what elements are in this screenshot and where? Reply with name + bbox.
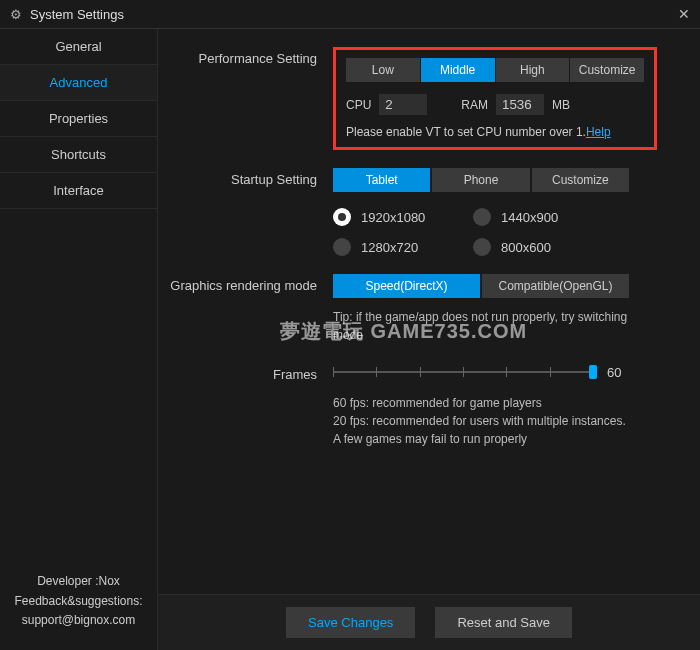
sidebar-item-general[interactable]: General: [0, 29, 157, 65]
ram-label: RAM: [461, 98, 488, 112]
graphics-compat-button[interactable]: Compatible(OpenGL): [482, 274, 629, 298]
radio-icon: [333, 238, 351, 256]
perf-high-button[interactable]: High: [496, 58, 570, 82]
perf-middle-button[interactable]: Middle: [421, 58, 495, 82]
cpu-input[interactable]: [379, 94, 427, 115]
slider-thumb[interactable]: [589, 365, 597, 379]
resolution-label: 1440x900: [501, 210, 558, 225]
resolution-label: 800x600: [501, 240, 551, 255]
resolution-1280x720[interactable]: 1280x720: [333, 238, 473, 256]
feedback-label: Feedback&suggestions:: [8, 592, 149, 611]
ram-unit: MB: [552, 98, 570, 112]
performance-highlight-box: Low Middle High Customize CPU RAM: [333, 47, 657, 150]
vt-help-link[interactable]: Help: [586, 125, 611, 139]
gear-icon: ⚙: [10, 7, 22, 22]
resolution-800x600[interactable]: 800x600: [473, 238, 613, 256]
vt-message: Please enable VT to set CPU number over …: [346, 125, 586, 139]
support-email: support@bignox.com: [8, 611, 149, 630]
close-icon[interactable]: ✕: [678, 6, 690, 22]
graphics-speed-button[interactable]: Speed(DirectX): [333, 274, 480, 298]
graphics-label: Graphics rendering mode: [158, 274, 333, 344]
perf-low-button[interactable]: Low: [346, 58, 420, 82]
startup-customize-button[interactable]: Customize: [532, 168, 629, 192]
window-title: System Settings: [30, 7, 678, 22]
frames-tip-1: 60 fps: recommended for game players: [333, 394, 653, 412]
resolution-label: 1920x1080: [361, 210, 425, 225]
titlebar: ⚙ System Settings ✕: [0, 0, 700, 29]
performance-level-group: Low Middle High Customize: [346, 58, 644, 82]
sidebar-item-properties[interactable]: Properties: [0, 101, 157, 137]
sidebar: General Advanced Properties Shortcuts In…: [0, 29, 158, 650]
sidebar-footer: Developer :Nox Feedback&suggestions: sup…: [0, 562, 157, 650]
frames-tip-2: 20 fps: recommended for users with multi…: [333, 412, 653, 430]
graphics-tip: Tip: if the game/app does not run proper…: [333, 308, 653, 344]
resolution-1440x900[interactable]: 1440x900: [473, 208, 613, 226]
startup-mode-group: Tablet Phone Customize: [333, 168, 629, 192]
reset-and-save-button[interactable]: Reset and Save: [435, 607, 572, 638]
radio-icon: [473, 208, 491, 226]
frames-tip-3: A few games may fail to run properly: [333, 430, 653, 448]
sidebar-item-shortcuts[interactable]: Shortcuts: [0, 137, 157, 173]
sidebar-item-interface[interactable]: Interface: [0, 173, 157, 209]
perf-customize-button[interactable]: Customize: [570, 58, 644, 82]
cpu-label: CPU: [346, 98, 371, 112]
frames-label: Frames: [158, 363, 333, 382]
startup-phone-button[interactable]: Phone: [432, 168, 529, 192]
frames-slider[interactable]: [333, 362, 593, 382]
radio-icon: [333, 208, 351, 226]
radio-icon: [473, 238, 491, 256]
frames-value: 60: [607, 365, 621, 380]
graphics-mode-group: Speed(DirectX) Compatible(OpenGL): [333, 274, 629, 298]
startup-label: Startup Setting: [158, 168, 333, 256]
resolution-1920x1080[interactable]: 1920x1080: [333, 208, 473, 226]
save-changes-button[interactable]: Save Changes: [286, 607, 415, 638]
sidebar-item-advanced[interactable]: Advanced: [0, 65, 157, 101]
resolution-label: 1280x720: [361, 240, 418, 255]
performance-label: Performance Setting: [158, 47, 333, 150]
developer-label: Developer :Nox: [8, 572, 149, 591]
startup-tablet-button[interactable]: Tablet: [333, 168, 430, 192]
ram-input[interactable]: [496, 94, 544, 115]
footer-bar: Save Changes Reset and Save: [158, 594, 700, 650]
